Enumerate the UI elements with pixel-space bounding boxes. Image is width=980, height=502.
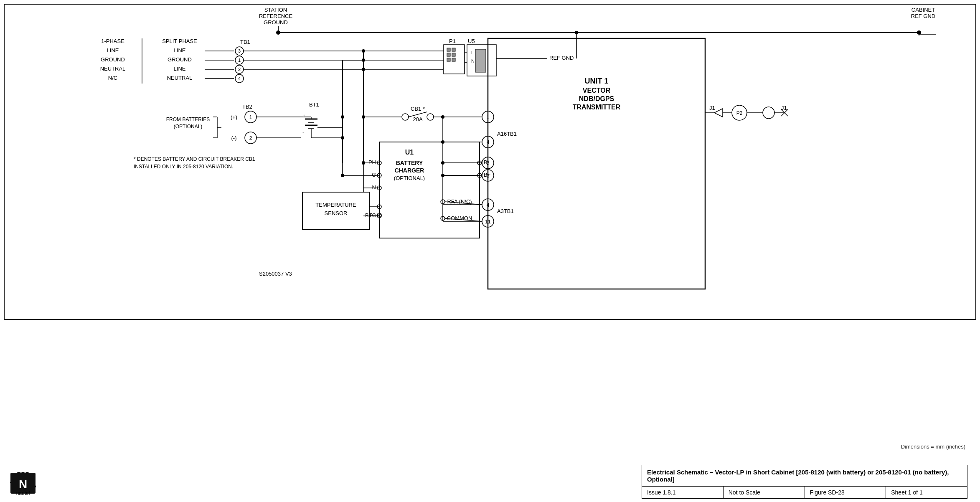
issue-cell: Issue 1.8.1: [642, 487, 724, 498]
svg-rect-52: [452, 48, 455, 51]
svg-text:VECTOR: VECTOR: [583, 87, 611, 94]
svg-text:P2: P2: [736, 110, 743, 116]
svg-text:BATTERY: BATTERY: [396, 160, 423, 166]
schematic-diagram: STATION REFERENCE GROUND CABINET REF GND…: [0, 0, 980, 326]
bottom-section: N nautel Dimensions = mm (inches) Electr…: [0, 327, 980, 502]
svg-text:TB1: TB1: [240, 39, 250, 45]
svg-text:UNIT 1: UNIT 1: [584, 77, 608, 85]
svg-text:4: 4: [487, 139, 490, 145]
svg-point-190: [763, 107, 774, 119]
svg-text:P1: P1: [449, 38, 456, 44]
svg-rect-55: [447, 58, 450, 61]
scale-label: Not to Scale: [729, 489, 760, 496]
svg-text:U5: U5: [468, 38, 475, 44]
svg-rect-135: [379, 142, 480, 238]
nautel-logo: N nautel: [8, 450, 54, 496]
svg-text:20A: 20A: [413, 116, 422, 122]
svg-text:NEUTRAL: NEUTRAL: [100, 66, 126, 72]
svg-text:* DENOTES BATTERY AND CIRCUIT : * DENOTES BATTERY AND CIRCUIT BREAKER CB…: [134, 156, 255, 162]
svg-text:LINE: LINE: [107, 47, 119, 53]
svg-text:J1: J1: [709, 105, 715, 111]
svg-text:11: 11: [485, 219, 491, 225]
svg-text:INSTALLED ONLY IN 205-8120 VAR: INSTALLED ONLY IN 205-8120 VARIATION.: [134, 164, 233, 170]
svg-text:N: N: [471, 58, 475, 63]
scale-cell: Not to Scale: [724, 487, 805, 498]
svg-rect-53: [447, 53, 450, 56]
svg-text:N: N: [19, 478, 27, 491]
svg-text:nautel: nautel: [16, 490, 30, 496]
svg-text:N: N: [372, 184, 376, 190]
svg-text:TEMPERATURE: TEMPERATURE: [315, 202, 356, 208]
svg-text:U1: U1: [405, 149, 414, 156]
svg-text:STATION: STATION: [264, 7, 287, 13]
svg-rect-54: [452, 53, 455, 56]
issue-label: Issue 1.8.1: [647, 489, 676, 496]
svg-text:SENSOR: SENSOR: [325, 210, 348, 216]
svg-text:3: 3: [238, 48, 241, 53]
svg-text:GROUND: GROUND: [101, 56, 125, 63]
svg-text:B-: B-: [484, 159, 489, 165]
svg-text:1: 1: [249, 114, 252, 120]
svg-text:(OPTIONAL): (OPTIONAL): [174, 124, 203, 129]
svg-text:G: G: [372, 172, 376, 178]
svg-text:+: +: [302, 113, 306, 119]
svg-text:(-): (-): [231, 135, 237, 141]
svg-text:CB1  *: CB1 *: [411, 106, 425, 112]
svg-rect-51: [447, 48, 450, 51]
sheet-cell: Sheet 1 of 1: [886, 487, 967, 498]
svg-text:PH: PH: [368, 159, 376, 165]
svg-text:-: -: [302, 129, 304, 135]
svg-text:NDB/DGPS: NDB/DGPS: [579, 95, 614, 102]
svg-text:GROUND: GROUND: [168, 56, 192, 63]
svg-rect-71: [488, 38, 705, 289]
svg-text:FROM BATTERIES: FROM BATTERIES: [166, 117, 210, 122]
svg-rect-56: [452, 58, 455, 61]
svg-text:B+: B+: [484, 172, 490, 178]
figure-label: Figure SD-28: [810, 489, 845, 496]
schematic-title: Electrical Schematic – Vector-LP in Shor…: [647, 469, 949, 483]
svg-text:(OPTIONAL): (OPTIONAL): [394, 175, 425, 181]
svg-text:CHARGER: CHARGER: [395, 167, 424, 174]
svg-text:GROUND: GROUND: [264, 19, 288, 25]
svg-text:(+): (+): [231, 114, 237, 120]
svg-text:REF GND: REF GND: [911, 13, 936, 19]
svg-text:LINE: LINE: [174, 66, 186, 72]
svg-text:BT1: BT1: [309, 101, 319, 108]
svg-rect-64: [475, 49, 486, 72]
dimensions-note: Dimensions = mm (inches): [901, 444, 965, 450]
svg-text:SPLIT PHASE: SPLIT PHASE: [162, 38, 197, 44]
svg-text:TRANSMITTER: TRANSMITTER: [573, 104, 621, 111]
svg-text:REFERENCE: REFERENCE: [259, 13, 293, 19]
svg-point-99: [427, 114, 434, 120]
svg-text:1-PHASE: 1-PHASE: [101, 38, 124, 44]
title-row: Electrical Schematic – Vector-LP in Shor…: [642, 465, 967, 487]
title-block: Electrical Schematic – Vector-LP in Shor…: [642, 465, 967, 499]
svg-text:N/C: N/C: [108, 75, 117, 81]
sheet-label: Sheet 1 of 1: [891, 489, 923, 496]
svg-point-98: [402, 114, 409, 120]
svg-point-168: [441, 140, 444, 144]
svg-text:CABINET: CABINET: [911, 7, 935, 13]
svg-text:S2050037   V3: S2050037 V3: [259, 271, 292, 277]
svg-text:LINE: LINE: [174, 47, 186, 53]
figure-cell: Figure SD-28: [805, 487, 886, 498]
main-container: STATION REFERENCE GROUND CABINET REF GND…: [0, 0, 980, 502]
svg-text:REF GND: REF GND: [549, 55, 574, 61]
svg-text:2: 2: [238, 67, 241, 72]
svg-point-167: [441, 115, 444, 119]
svg-text:L: L: [471, 50, 474, 55]
info-row: Issue 1.8.1 Not to Scale Figure SD-28 Sh…: [642, 487, 967, 498]
svg-text:A3TB1: A3TB1: [497, 208, 514, 214]
svg-text:2: 2: [249, 135, 252, 141]
svg-text:NEUTRAL: NEUTRAL: [167, 75, 193, 81]
svg-marker-184: [714, 109, 723, 117]
svg-point-70: [575, 31, 578, 34]
svg-text:4: 4: [487, 202, 490, 208]
svg-text:A16TB1: A16TB1: [497, 131, 517, 137]
svg-text:4: 4: [238, 76, 241, 81]
svg-text:TB2: TB2: [242, 104, 252, 110]
svg-text:1: 1: [238, 58, 241, 63]
svg-text:1: 1: [487, 114, 490, 120]
